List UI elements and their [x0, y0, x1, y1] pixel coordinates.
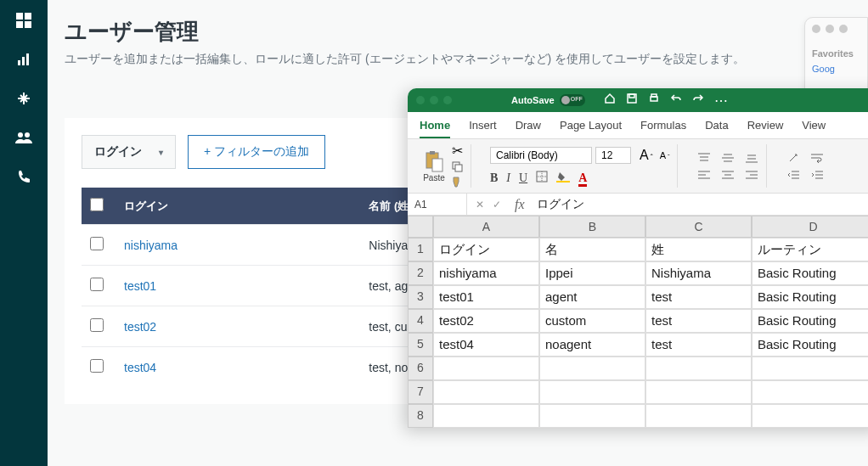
confirm-formula-icon[interactable]: ✓ [493, 199, 501, 211]
paste-button[interactable]: Paste [423, 149, 445, 182]
more-icon[interactable]: ⋯ [714, 93, 728, 109]
save-icon[interactable] [626, 93, 638, 104]
decrease-indent-icon[interactable] [786, 169, 801, 181]
row-header[interactable]: 3 [408, 285, 433, 309]
ribbon-tab-page-layout[interactable]: Page Layout [560, 119, 622, 138]
select-all-corner[interactable] [408, 216, 433, 238]
row-header[interactable]: 5 [408, 333, 433, 357]
cell[interactable]: test [645, 309, 752, 333]
format-painter-icon[interactable] [450, 176, 464, 188]
ribbon-tab-view[interactable]: View [802, 119, 826, 138]
row-header[interactable]: 4 [408, 309, 433, 333]
font-size-select[interactable]: 12 [595, 147, 631, 164]
cancel-formula-icon[interactable]: ✕ [476, 199, 484, 211]
increase-indent-icon[interactable] [809, 169, 825, 181]
cell[interactable]: Nishiyama [645, 261, 752, 285]
cell[interactable]: 姓 [645, 238, 752, 261]
column-header[interactable]: D [752, 216, 868, 238]
bold-button[interactable]: B [490, 171, 498, 185]
cell[interactable]: test [645, 333, 752, 357]
decrease-font-icon[interactable]: Aˇ [660, 150, 670, 160]
font-family-select[interactable]: Calibri (Body) [490, 147, 592, 164]
increase-font-icon[interactable]: Aˆ [640, 148, 653, 163]
ribbon-tab-insert[interactable]: Insert [469, 119, 497, 138]
favorites-item[interactable]: Goog [812, 64, 860, 74]
cell[interactable] [433, 380, 539, 404]
row-checkbox[interactable] [90, 237, 104, 250]
login-link[interactable]: test04 [124, 361, 156, 374]
cell[interactable] [539, 380, 645, 404]
column-header[interactable]: C [645, 216, 752, 238]
row-header[interactable]: 7 [408, 380, 433, 404]
users-icon[interactable] [15, 129, 32, 146]
fill-color-button[interactable] [556, 171, 570, 186]
analytics-icon[interactable] [15, 51, 32, 68]
column-header[interactable]: B [539, 216, 645, 238]
login-dropdown[interactable]: ログイン [82, 135, 176, 169]
cut-icon[interactable]: ✂ [450, 145, 464, 157]
cell[interactable] [645, 380, 752, 404]
ribbon-tab-home[interactable]: Home [420, 119, 450, 138]
align-right-icon[interactable] [744, 169, 759, 181]
select-all-checkbox[interactable] [90, 198, 104, 211]
traffic-lights[interactable] [416, 96, 452, 104]
cell[interactable] [433, 357, 539, 380]
fx-icon[interactable]: fx [510, 197, 530, 212]
cell[interactable] [645, 357, 752, 380]
cell[interactable]: ルーティン [752, 238, 868, 261]
phone-icon[interactable] [15, 168, 32, 185]
window-controls[interactable] [812, 25, 860, 33]
cell[interactable]: test [645, 285, 752, 309]
redo-icon[interactable] [692, 93, 704, 104]
cell[interactable] [645, 404, 752, 428]
cell[interactable]: Basic Routing [752, 261, 868, 285]
cell[interactable]: agent [539, 285, 645, 309]
align-bottom-icon[interactable] [744, 152, 759, 164]
cell[interactable] [539, 404, 645, 428]
row-header[interactable]: 6 [408, 357, 433, 380]
ribbon-tab-review[interactable]: Review [747, 119, 784, 138]
dashboard-icon[interactable] [15, 12, 32, 29]
ribbon-tab-data[interactable]: Data [705, 119, 728, 138]
align-center-icon[interactable] [720, 169, 736, 181]
cell[interactable]: Basic Routing [752, 309, 868, 333]
cell[interactable] [752, 357, 868, 380]
cell[interactable]: test02 [433, 309, 539, 333]
login-header[interactable]: ログイン [116, 188, 360, 225]
cell[interactable] [752, 404, 868, 428]
cell[interactable]: test04 [433, 333, 539, 357]
login-link[interactable]: test01 [124, 279, 156, 293]
align-middle-icon[interactable] [720, 152, 736, 164]
row-checkbox[interactable] [90, 318, 104, 332]
row-header[interactable]: 8 [408, 404, 433, 428]
orientation-icon[interactable] [786, 152, 801, 164]
cell[interactable]: noagent [539, 333, 645, 357]
cell[interactable]: 名 [539, 238, 645, 261]
border-button[interactable] [536, 171, 548, 186]
copy-icon[interactable] [450, 160, 464, 172]
column-header[interactable]: A [433, 216, 539, 238]
underline-button[interactable]: U [519, 171, 527, 185]
home-icon[interactable] [604, 93, 616, 104]
login-link[interactable]: nishiyama [124, 239, 178, 252]
italic-button[interactable]: I [506, 171, 510, 185]
cell[interactable] [539, 357, 645, 380]
row-checkbox[interactable] [90, 359, 104, 373]
cell[interactable]: ログイン [433, 238, 539, 261]
row-header[interactable]: 1 [408, 238, 433, 261]
align-left-icon[interactable] [696, 169, 712, 181]
align-top-icon[interactable] [696, 152, 712, 164]
integration-icon[interactable] [15, 90, 32, 107]
print-icon[interactable] [648, 93, 660, 104]
cell[interactable] [752, 380, 868, 404]
login-link[interactable]: test02 [124, 320, 156, 334]
autosave-toggle[interactable]: OFF [560, 94, 585, 106]
ribbon-tab-draw[interactable]: Draw [516, 119, 541, 138]
cell[interactable]: nishiyama [433, 261, 539, 285]
cell[interactable]: Ippei [539, 261, 645, 285]
row-header[interactable]: 2 [408, 261, 433, 285]
autosave-control[interactable]: AutoSave OFF [511, 94, 585, 106]
cell[interactable] [433, 404, 539, 428]
spreadsheet-grid[interactable]: ABCD1ログイン名姓ルーティン2nishiyamaIppeiNishiyama… [408, 216, 868, 428]
formula-input[interactable]: ログイン [530, 197, 591, 212]
